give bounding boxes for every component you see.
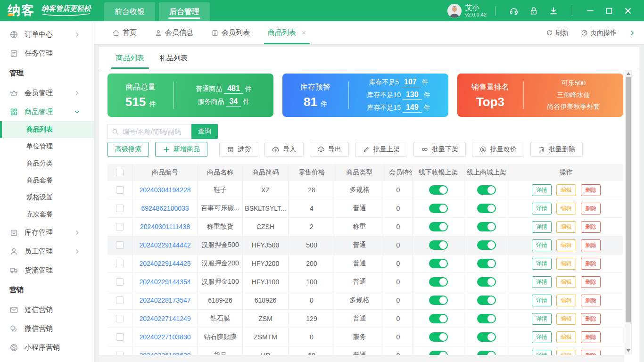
select-all-checkbox[interactable] <box>116 169 124 176</box>
sidebar-subitem-product-package[interactable]: 商品套餐 <box>0 172 94 189</box>
product-id-link[interactable]: 6924862100033 <box>141 205 189 212</box>
online-toggle[interactable] <box>477 296 496 305</box>
close-tab-icon[interactable] <box>301 30 306 35</box>
delete-button[interactable]: 删除 <box>581 276 601 288</box>
row-checkbox[interactable] <box>116 205 124 212</box>
online-toggle[interactable] <box>477 204 496 213</box>
edit-button[interactable]: 编辑 <box>556 331 576 343</box>
product-id-link[interactable]: 20240229144442 <box>139 241 190 249</box>
row-checkbox[interactable] <box>116 315 124 322</box>
sidebar-subitem-product-list[interactable]: 商品列表 <box>0 121 94 138</box>
detail-button[interactable]: 详情 <box>532 295 552 306</box>
purchase-button[interactable]: 进货 <box>219 142 258 157</box>
delete-button[interactable]: 删除 <box>581 331 601 343</box>
page-tab-product-list[interactable]: 商品列表 <box>268 21 306 44</box>
sidebar-item-product-manage[interactable]: 商品管理 <box>0 102 94 121</box>
sidebar-item-member-manage[interactable]: 会员管理 <box>0 83 94 102</box>
close-button[interactable] <box>623 6 633 16</box>
scroll-down-arrow[interactable] <box>625 347 631 354</box>
offline-toggle[interactable] <box>429 185 448 195</box>
edit-button[interactable]: 编辑 <box>556 313 576 325</box>
header-tab-back-manage[interactable]: 后台管理 <box>159 2 210 21</box>
vertical-scrollbar[interactable] <box>625 70 632 354</box>
detail-button[interactable]: 详情 <box>532 276 552 288</box>
chevron-right-icon[interactable] <box>629 30 636 36</box>
edit-button[interactable]: 编辑 <box>556 221 576 233</box>
batch-off-shelf-button[interactable]: 批量下架 <box>413 142 466 157</box>
scrollbar-thumb[interactable] <box>626 77 631 322</box>
delete-button[interactable]: 删除 <box>581 258 601 270</box>
edit-button[interactable]: 编辑 <box>556 239 576 251</box>
scroll-up-arrow[interactable] <box>625 70 631 77</box>
product-id-link[interactable]: 20240304194228 <box>139 186 190 194</box>
sidebar-item-task-manage[interactable]: 任务管理 <box>0 44 94 63</box>
offline-toggle[interactable] <box>429 296 448 305</box>
batch-reprice-button[interactable]: 批量改价 <box>472 142 524 157</box>
content-tab-gift-list[interactable]: 礼品列表 <box>152 47 195 69</box>
batch-on-shelf-button[interactable]: 批量上架 <box>355 142 407 157</box>
detail-button[interactable]: 详情 <box>532 258 552 270</box>
advanced-search-button[interactable]: 高级搜索 <box>107 142 149 157</box>
page-actions-button[interactable]: 页面操作 <box>581 29 617 37</box>
sidebar-item-logistics-manage[interactable]: 货流管理 <box>0 261 94 280</box>
offline-toggle[interactable] <box>429 332 448 342</box>
avatar[interactable] <box>447 4 462 18</box>
offline-toggle[interactable] <box>429 314 448 323</box>
content-tab-product-list[interactable]: 商品列表 <box>108 47 152 69</box>
online-toggle[interactable] <box>477 259 496 268</box>
delete-button[interactable]: 删除 <box>581 184 601 196</box>
detail-button[interactable]: 详情 <box>532 203 552 214</box>
delete-button[interactable]: 删除 <box>581 239 601 251</box>
product-id-link[interactable]: 20240228173547 <box>139 296 190 304</box>
batch-delete-button[interactable]: 批量删除 <box>530 142 583 157</box>
offline-toggle[interactable] <box>429 277 448 287</box>
detail-button[interactable]: 详情 <box>532 239 552 251</box>
offline-toggle[interactable] <box>429 240 448 250</box>
minimize-button[interactable] <box>586 6 595 16</box>
page-tab-home[interactable]: 首页 <box>112 21 137 44</box>
maximize-button[interactable] <box>604 6 614 16</box>
product-id-link[interactable]: 20240301111438 <box>140 223 190 230</box>
detail-button[interactable]: 详情 <box>532 184 552 196</box>
sidebar-item-sms-marketing[interactable]: 短信营销 <box>0 300 94 319</box>
offline-toggle[interactable] <box>429 259 448 268</box>
sidebar-item-marketing-center[interactable]: 营销中心 <box>0 357 94 362</box>
product-id-link[interactable]: 20240227141249 <box>139 315 190 322</box>
customer-service-icon[interactable] <box>509 6 519 16</box>
search-button[interactable]: 查询 <box>191 124 218 139</box>
offline-toggle[interactable] <box>429 222 448 231</box>
row-checkbox[interactable] <box>116 278 124 286</box>
delete-button[interactable]: 删除 <box>581 313 601 325</box>
detail-button[interactable]: 详情 <box>532 331 552 343</box>
add-product-button[interactable]: 新增商品 <box>155 142 207 157</box>
detail-button[interactable]: 详情 <box>532 313 552 325</box>
horizontal-scrollbar[interactable] <box>99 355 624 362</box>
row-checkbox[interactable] <box>116 223 124 230</box>
product-id-link[interactable]: 20240229144354 <box>139 278 190 286</box>
delete-button[interactable]: 删除 <box>581 203 601 214</box>
download-icon[interactable] <box>549 6 558 16</box>
sidebar-item-wechat-marketing[interactable]: 微信营销 <box>0 319 94 338</box>
sidebar-subitem-spec-settings[interactable]: 规格设置 <box>0 189 94 206</box>
sidebar-subitem-unit-manage[interactable]: 单位管理 <box>0 138 94 155</box>
online-toggle[interactable] <box>477 314 496 323</box>
edit-button[interactable]: 编辑 <box>556 276 576 288</box>
edit-button[interactable]: 编辑 <box>556 258 576 270</box>
lock-screen-icon[interactable] <box>529 6 538 16</box>
online-toggle[interactable] <box>477 332 496 342</box>
online-toggle[interactable] <box>477 277 496 287</box>
detail-button[interactable]: 详情 <box>532 221 552 233</box>
page-tab-member-list[interactable]: 会员列表 <box>211 21 250 44</box>
row-checkbox[interactable] <box>116 241 124 249</box>
sidebar-item-staff-manage[interactable]: 员工管理 <box>0 242 94 261</box>
sidebar-item-order-center[interactable]: 订单中心 <box>0 25 94 44</box>
export-button[interactable]: 导出 <box>310 142 349 157</box>
product-id-link[interactable]: 20240227103830 <box>139 333 190 341</box>
page-tab-member-info[interactable]: 会员信息 <box>155 21 193 44</box>
edit-button[interactable]: 编辑 <box>556 184 576 196</box>
online-toggle[interactable] <box>477 222 496 231</box>
online-toggle[interactable] <box>477 185 496 195</box>
delete-button[interactable]: 删除 <box>581 221 601 233</box>
row-checkbox[interactable] <box>116 333 124 341</box>
edit-button[interactable]: 编辑 <box>556 203 576 214</box>
